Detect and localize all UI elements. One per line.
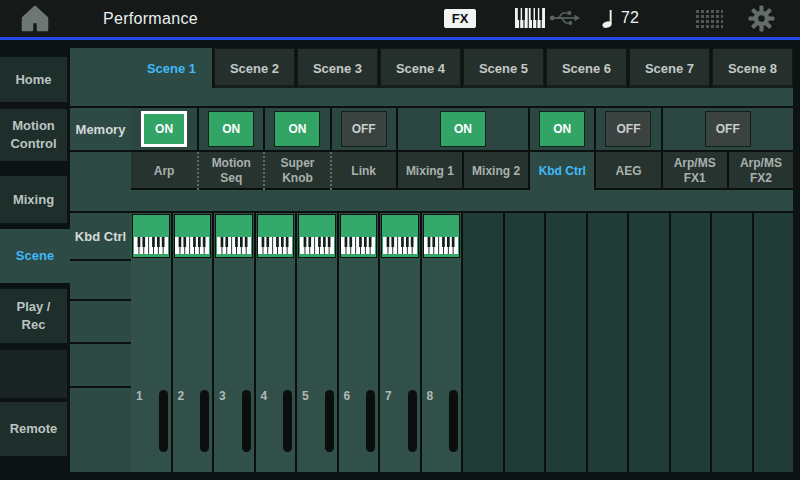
tab-mixing-1[interactable]: Mixing 1: [396, 152, 462, 190]
memory-cell-kbd-ctrl: ON: [528, 108, 594, 150]
kbd-ctrl-part-5[interactable]: [298, 214, 336, 258]
memory-toggle-aeg[interactable]: OFF: [605, 111, 651, 147]
kbd-ctrl-part-1[interactable]: [132, 214, 170, 258]
scene-tab-7[interactable]: Scene 7: [629, 48, 710, 88]
sidebar-item-remote[interactable]: Remote: [0, 402, 67, 456]
sidebar-item-motion-control[interactable]: Motion Control: [0, 109, 67, 161]
tab-arp[interactable]: Arp: [131, 152, 197, 190]
panel-mid-strip: [131, 190, 793, 211]
fx-badge[interactable]: FX: [444, 9, 476, 28]
kbd-ctrl-cell-2: [173, 213, 213, 259]
kbd-ctrl-cell-3: [214, 213, 254, 259]
kbd-ctrl-cell-7: [380, 213, 420, 259]
part-slider-4[interactable]: [283, 390, 292, 452]
scene-tab-6[interactable]: Scene 6: [546, 48, 627, 88]
part-slider-cell-5: 5: [297, 386, 337, 472]
part-slider-5[interactable]: [325, 390, 334, 452]
scene-tab-1[interactable]: Scene 1: [131, 48, 212, 88]
tab-aeg[interactable]: AEG: [594, 152, 660, 190]
part-number: 8: [427, 389, 434, 403]
label-spacer: [70, 48, 131, 106]
scene-tab-4[interactable]: Scene 4: [380, 48, 461, 88]
kbd-ctrl-cell-4: [256, 213, 296, 259]
dot-grid-icon[interactable]: [696, 10, 723, 28]
part-slider-cell-15: [712, 386, 752, 472]
kbd-ctrl-cell-5: [297, 213, 337, 259]
part-slider-cell-13: [629, 386, 669, 472]
tab-arp-ms-fx1[interactable]: Arp/MS FX1: [661, 152, 727, 190]
tab-super-knob[interactable]: Super Knob: [263, 152, 329, 190]
keyboard-icon: [341, 237, 375, 254]
keyboard-icon: [424, 237, 458, 254]
tab-arp-ms-fx2[interactable]: Arp/MS FX2: [727, 152, 793, 190]
kbd-ctrl-part-7[interactable]: [381, 214, 419, 258]
scene-tab-3[interactable]: Scene 3: [297, 48, 378, 88]
keyboard-icon: [217, 237, 251, 254]
part-number: 2: [178, 389, 185, 403]
kbd-ctrl-cell-11: [546, 213, 586, 259]
scene-tab-bar: Scene 1 Scene 2 Scene 3 Scene 4 Scene 5 …: [131, 48, 793, 88]
memory-toggle-motion-seq[interactable]: ON: [208, 111, 254, 147]
kbd-ctrl-part-3[interactable]: [215, 214, 253, 258]
kbd-ctrl-part-8[interactable]: [423, 214, 461, 258]
memory-toggle-kbd-ctrl[interactable]: ON: [539, 111, 585, 147]
synth-scene-screen: Performance FX: [0, 0, 800, 480]
kbd-ctrl-part-4[interactable]: [257, 214, 295, 258]
label-spacer: [70, 342, 131, 386]
scene-panel: ON ON ON OFF ON ON OFF OFF: [131, 88, 793, 472]
memory-toggle-mixing[interactable]: ON: [440, 111, 486, 147]
memory-toggle-arp-ms-fx[interactable]: OFF: [705, 111, 751, 147]
kbd-ctrl-cell-14: [671, 213, 711, 259]
tab-link[interactable]: Link: [330, 152, 396, 190]
part-slider-cell-10: [505, 386, 545, 472]
part-slider-3[interactable]: [242, 390, 251, 452]
home-icon: [20, 5, 50, 32]
label-spacer: [70, 299, 131, 342]
part-number: 5: [302, 389, 309, 403]
memory-cell-motion-seq: ON: [197, 108, 263, 150]
grid-row-empty-3: [131, 342, 793, 386]
scene-tab-2[interactable]: Scene 2: [214, 48, 295, 88]
kbd-ctrl-cell-1: [131, 213, 171, 259]
kbd-ctrl-cell-6: [339, 213, 379, 259]
part-slider-cell-2: 2: [173, 386, 213, 472]
part-slider-8[interactable]: [449, 390, 458, 452]
part-slider-cell-7: 7: [380, 386, 420, 472]
kbd-ctrl-cell-9: [463, 213, 503, 259]
kbd-ctrl-part-6[interactable]: [340, 214, 378, 258]
grid-row-empty-1: [131, 259, 793, 299]
memory-toggle-link[interactable]: OFF: [341, 111, 387, 147]
kbd-ctrl-part-2[interactable]: [174, 214, 212, 258]
sidebar-item-mixing[interactable]: Mixing: [0, 176, 67, 223]
keyboard-icon: [258, 237, 292, 254]
memory-toggle-super-knob[interactable]: ON: [274, 111, 320, 147]
scene-tab-5[interactable]: Scene 5: [463, 48, 544, 88]
gear-icon[interactable]: [748, 5, 775, 32]
label-spacer: [70, 150, 131, 211]
scene-type-tab-bar: Arp Motion Seq Super Knob Link Mixing 1 …: [131, 150, 793, 190]
part-slider-7[interactable]: [408, 390, 417, 452]
tab-kbd-ctrl[interactable]: Kbd Ctrl: [528, 152, 594, 190]
part-slider-cell-12: [588, 386, 628, 472]
sidebar-item-blank[interactable]: [0, 350, 67, 398]
memory-toggle-arp[interactable]: ON: [141, 111, 187, 147]
sidebar-item-home[interactable]: Home: [0, 57, 67, 102]
label-spacer: [70, 259, 131, 299]
kbd-ctrl-cell-12: [588, 213, 628, 259]
home-button[interactable]: [18, 4, 52, 33]
tab-motion-seq[interactable]: Motion Seq: [197, 152, 263, 190]
part-slider-2[interactable]: [200, 390, 209, 452]
sidebar-item-scene[interactable]: Scene: [0, 229, 70, 283]
part-number: 3: [219, 389, 226, 403]
top-bar: Performance FX: [0, 0, 800, 37]
part-slider-6[interactable]: [366, 390, 375, 452]
tab-mixing-2[interactable]: Mixing 2: [462, 152, 528, 190]
kbd-ctrl-cell-13: [629, 213, 669, 259]
tempo-display[interactable]: 72: [602, 7, 639, 29]
accent-divider: [0, 37, 800, 40]
piano-keyboard-icon[interactable]: [515, 8, 545, 28]
sidebar-item-play-rec[interactable]: Play / Rec: [0, 289, 67, 343]
part-slider-1[interactable]: [159, 390, 168, 452]
part-slider-cell-11: [546, 386, 586, 472]
scene-tab-8[interactable]: Scene 8: [712, 48, 793, 88]
